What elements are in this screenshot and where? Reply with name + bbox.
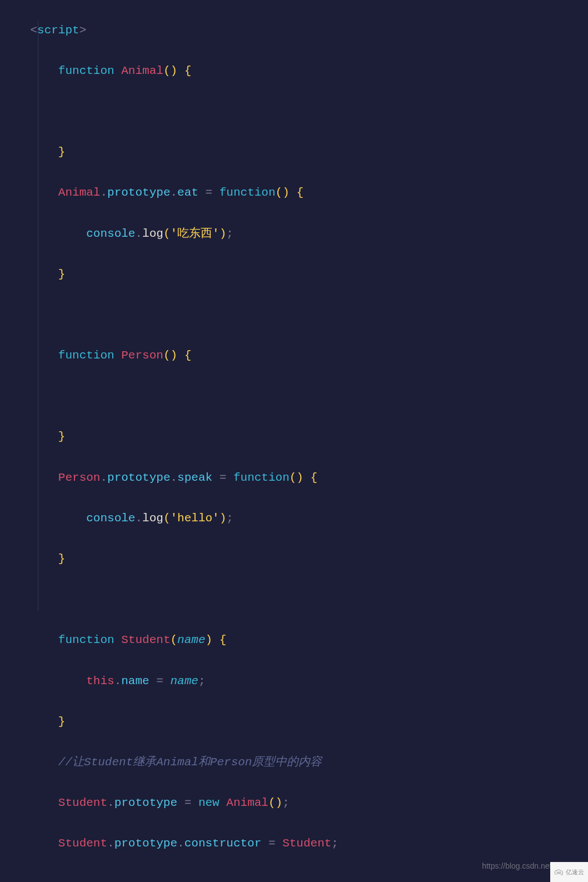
code-line: Animal.prototype.eat = function() { <box>0 183 588 203</box>
code-line: Student.prototype.constructor = Student; <box>0 834 588 854</box>
code-line: this.name = name; <box>0 671 588 692</box>
code-line: <script> <box>0 21 588 41</box>
cloud-icon <box>554 868 564 876</box>
code-line: console.log('吃东西'); <box>0 224 588 245</box>
code-line: } <box>0 712 588 732</box>
code-line: } <box>0 427 588 447</box>
code-line: //让Student继承Animal和Person原型中的内容 <box>0 753 588 773</box>
code-line: console.log('hello'); <box>0 509 588 529</box>
watermark-text: https://blog.csdn.net/m <box>482 856 560 876</box>
code-line <box>0 590 588 610</box>
code-line: Student.prototype = new Animal(); <box>0 793 588 814</box>
code-line: } <box>0 549 588 570</box>
svg-point-1 <box>559 872 561 874</box>
code-line: function Person() { <box>0 346 588 366</box>
code-line <box>0 305 588 326</box>
badge-logo: 亿速云 <box>550 862 588 882</box>
code-line: Person.prototype.speak = function() { <box>0 468 588 489</box>
code-line <box>0 102 588 122</box>
code-line: } <box>0 265 588 285</box>
code-block: <script> function Animal() { } Animal.pr… <box>0 0 588 882</box>
code-line: } <box>0 142 588 163</box>
code-line <box>0 386 588 407</box>
badge-label: 亿速云 <box>566 862 584 882</box>
code-line: function Student(name) { <box>0 630 588 651</box>
code-line: function Animal() { <box>0 61 588 82</box>
svg-point-0 <box>557 872 559 874</box>
